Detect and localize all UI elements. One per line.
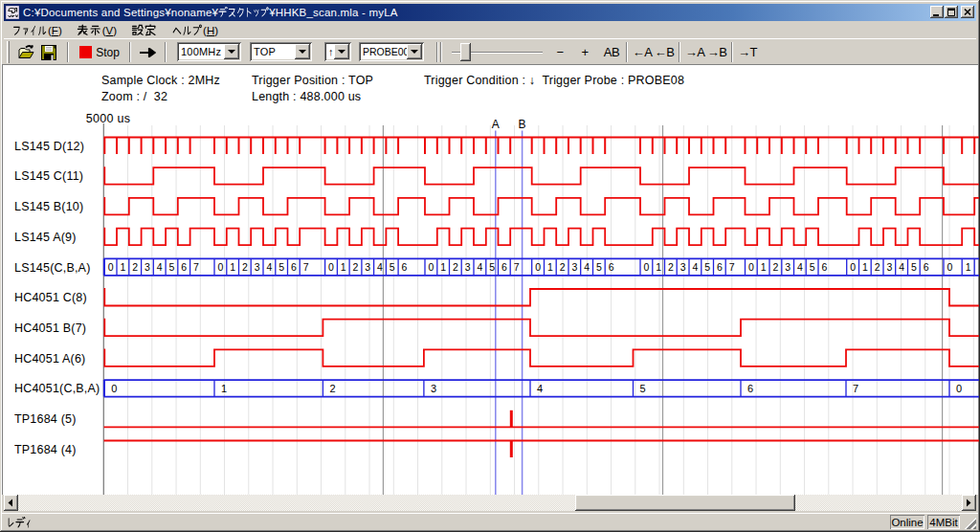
trigger-edge-combo[interactable]: ↑ bbox=[324, 42, 351, 61]
svg-text:1: 1 bbox=[656, 261, 661, 273]
svg-text:B: B bbox=[519, 118, 526, 131]
svg-text:6: 6 bbox=[501, 261, 507, 273]
save-file-button[interactable] bbox=[39, 42, 58, 62]
svg-text:4: 4 bbox=[377, 261, 383, 273]
svg-text:5: 5 bbox=[390, 261, 395, 273]
set-cursor-b-button[interactable]: →B bbox=[706, 42, 727, 62]
menu-view-jp bbox=[77, 24, 102, 37]
window-title-jp bbox=[218, 7, 269, 18]
open-folder-icon bbox=[18, 45, 36, 60]
svg-text:6: 6 bbox=[821, 261, 827, 273]
svg-text:4: 4 bbox=[266, 261, 272, 273]
svg-text:LS145(C,B,A): LS145(C,B,A) bbox=[14, 261, 91, 275]
scrollbar-thumb[interactable] bbox=[575, 495, 795, 511]
combo-dropdown-icon[interactable] bbox=[224, 44, 239, 59]
svg-text:1: 1 bbox=[221, 383, 227, 394]
title-bar[interactable]: C:¥Documents and Settings¥noname¥¥HHKB_s… bbox=[4, 4, 976, 21]
svg-text:0: 0 bbox=[111, 383, 117, 394]
svg-text:5: 5 bbox=[704, 261, 710, 273]
svg-text:1: 1 bbox=[120, 261, 125, 273]
menu-view[interactable]: (V) bbox=[77, 23, 117, 38]
status-ready-label bbox=[7, 517, 33, 529]
zoom-out-button[interactable]: − bbox=[551, 42, 568, 62]
svg-text:6: 6 bbox=[609, 261, 614, 273]
svg-text:2: 2 bbox=[875, 261, 880, 273]
svg-text:7: 7 bbox=[514, 261, 520, 273]
stop-square-icon bbox=[79, 46, 92, 58]
toolbar-separator bbox=[731, 42, 733, 62]
set-cursor-a-button[interactable]: →A bbox=[684, 42, 705, 62]
goto-trigger-button[interactable]: →T bbox=[737, 42, 758, 62]
svg-text:5: 5 bbox=[169, 261, 175, 273]
svg-text:0: 0 bbox=[535, 261, 541, 273]
goto-cursor-b-button[interactable]: ←B bbox=[654, 42, 675, 62]
status-online-badge: Online bbox=[890, 515, 924, 529]
trigger-probe-combo[interactable]: PROBE00 bbox=[359, 42, 424, 61]
svg-text:5000 us: 5000 us bbox=[86, 112, 131, 125]
close-button[interactable] bbox=[961, 6, 974, 18]
horizontal-scrollbar[interactable] bbox=[4, 495, 976, 511]
combo-dropdown-icon[interactable] bbox=[334, 44, 349, 59]
status-memory-badge: 4MBit bbox=[927, 515, 960, 529]
svg-text:HC4051 C(8): HC4051 C(8) bbox=[14, 291, 87, 304]
waveform-plot[interactable]: 5000 usABLS145 D(12)LS145 C(11)LS145 B(1… bbox=[3, 65, 979, 496]
svg-text:0: 0 bbox=[217, 261, 223, 273]
trigger-position-combo[interactable]: TOP bbox=[250, 42, 312, 61]
sample-clock-combo[interactable]: 100MHz bbox=[177, 42, 241, 61]
zoom-in-button[interactable]: + bbox=[576, 42, 593, 62]
svg-text:3: 3 bbox=[785, 261, 791, 273]
zoom-slider-thumb[interactable] bbox=[460, 43, 471, 61]
svg-text:3: 3 bbox=[255, 261, 260, 273]
svg-text:0: 0 bbox=[643, 261, 649, 273]
svg-text:5: 5 bbox=[596, 261, 602, 273]
scroll-left-button[interactable] bbox=[4, 495, 18, 511]
menu-help-jp bbox=[172, 24, 203, 37]
waveform-client-area: Sample Clock : 2MHz Zoom : / 32 Trigger … bbox=[2, 64, 978, 495]
minimize-button[interactable] bbox=[930, 6, 944, 18]
svg-text:2: 2 bbox=[242, 261, 248, 273]
svg-text:7: 7 bbox=[853, 383, 858, 394]
maximize-button[interactable] bbox=[945, 6, 958, 18]
svg-text:3: 3 bbox=[680, 261, 686, 273]
svg-text:1: 1 bbox=[547, 261, 553, 273]
combo-dropdown-icon[interactable] bbox=[295, 44, 310, 59]
svg-text:2: 2 bbox=[132, 261, 138, 273]
stop-button[interactable]: Stop bbox=[75, 42, 124, 62]
svg-text:LS145 B(10): LS145 B(10) bbox=[14, 200, 83, 213]
app-icon bbox=[6, 6, 19, 19]
svg-text:3: 3 bbox=[465, 261, 471, 273]
svg-text:2: 2 bbox=[668, 261, 674, 273]
save-floppy-icon bbox=[41, 45, 56, 60]
svg-text:2: 2 bbox=[560, 261, 566, 273]
run-button[interactable] bbox=[137, 42, 158, 62]
toolbar: Stop 100MHz TOP ↑ PROBE00 − + AB ←A ←B bbox=[4, 38, 976, 64]
combo-dropdown-icon[interactable] bbox=[407, 44, 422, 59]
svg-text:6: 6 bbox=[181, 261, 187, 273]
svg-text:4: 4 bbox=[584, 261, 590, 273]
toolbar-separator bbox=[67, 42, 69, 62]
scroll-right-button[interactable] bbox=[962, 495, 976, 511]
svg-text:1: 1 bbox=[761, 261, 767, 273]
menu-settings[interactable] bbox=[131, 23, 158, 38]
svg-text:5: 5 bbox=[640, 383, 646, 394]
svg-text:1: 1 bbox=[862, 261, 868, 273]
svg-text:4: 4 bbox=[537, 383, 543, 394]
toolbar-separator bbox=[679, 42, 680, 62]
svg-text:1: 1 bbox=[966, 261, 971, 273]
menu-file[interactable]: (F) bbox=[12, 23, 62, 38]
toolbar-gripper[interactable] bbox=[7, 41, 10, 63]
menu-help[interactable]: (H) bbox=[172, 23, 218, 38]
toolbar-separator bbox=[165, 42, 167, 62]
svg-text:0: 0 bbox=[956, 383, 962, 394]
goto-cursor-a-button[interactable]: ←A bbox=[632, 42, 653, 62]
window-title: C:¥Documents and Settings¥noname¥¥HHKB_s… bbox=[23, 7, 398, 18]
svg-text:0: 0 bbox=[748, 261, 754, 273]
open-file-button[interactable] bbox=[17, 42, 36, 62]
zoom-ab-button[interactable]: AB bbox=[601, 42, 622, 62]
toolbar-separator bbox=[129, 42, 131, 62]
toolbar-separator bbox=[440, 42, 442, 62]
menu-file-jp bbox=[12, 24, 48, 37]
svg-text:5: 5 bbox=[278, 261, 284, 273]
resize-grip-icon[interactable] bbox=[965, 518, 976, 529]
svg-text:HC4051 B(7): HC4051 B(7) bbox=[14, 321, 86, 335]
